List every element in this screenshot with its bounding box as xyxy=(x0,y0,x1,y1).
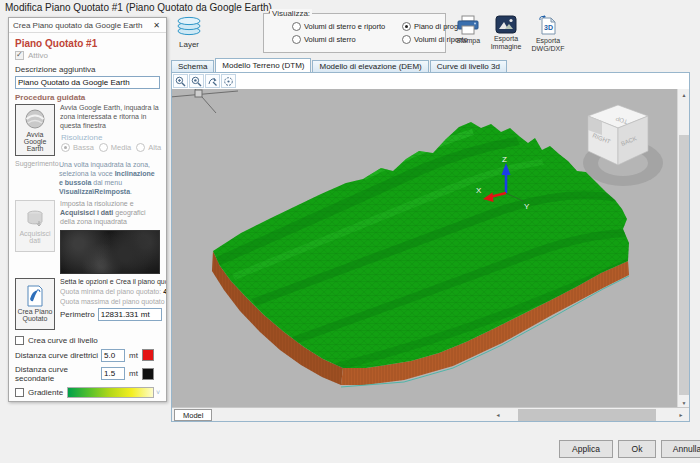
model-space-tab[interactable]: Model xyxy=(174,409,212,421)
dist-direttrici-input[interactable] xyxy=(101,349,125,362)
printer-icon xyxy=(448,15,488,36)
panel-title: Crea Piano quotato da Google Earth xyxy=(13,21,151,30)
radio-circle xyxy=(292,35,301,44)
gradiente-label: Gradiente xyxy=(28,388,63,397)
zoom-in-icon xyxy=(175,76,186,87)
orbit-icon xyxy=(223,76,234,87)
crea-curve-label: Crea curve di livello xyxy=(28,336,98,345)
terrain-3d-model: X Y Z TOP RIGHT BACK xyxy=(172,89,677,409)
view-cube[interactable]: TOP RIGHT BACK xyxy=(583,105,663,186)
procedura-guidata-label: Procedura guidata xyxy=(15,93,85,102)
piano-quotato-heading: Piano Quotato #1 xyxy=(15,38,160,49)
avvia-button-label: Avvia Google Earth xyxy=(16,131,54,152)
crea-curve-checkbox[interactable] xyxy=(15,336,24,345)
model-bar: Model ◄ ► xyxy=(172,407,689,421)
quota-min-value: 401.5 xyxy=(163,287,167,296)
perimetro-label: Perimetro xyxy=(60,310,95,319)
zoom-previous-button[interactable] xyxy=(205,74,220,88)
dist-secondarie-input[interactable] xyxy=(101,367,125,380)
esporta-dwg-label: Esporta DWG/DXF xyxy=(528,37,568,53)
crea-piano-quotato-button[interactable]: Crea Piano Quotato xyxy=(15,278,55,330)
orbit-button[interactable] xyxy=(221,74,236,88)
avvia-google-earth-button[interactable]: Avvia Google Earth xyxy=(15,104,55,156)
radio-volumi-sterro[interactable]: Volumi di sterro xyxy=(292,35,402,44)
zoom-in-button[interactable] xyxy=(173,74,188,88)
vertical-scroll-thumb[interactable] xyxy=(679,135,689,395)
scroll-right-arrow[interactable]: ► xyxy=(675,409,687,421)
attivo-label: Attivo xyxy=(28,51,48,60)
layer-button[interactable]: Layer xyxy=(172,16,206,56)
radio-label: Volumi di sterro xyxy=(304,35,356,44)
risoluzione-label: Risoluzione xyxy=(61,133,161,142)
descrizione-input[interactable] xyxy=(15,76,160,89)
image-icon xyxy=(486,15,526,34)
scroll-left-arrow[interactable]: ◄ xyxy=(492,409,504,421)
quota-max-label: Quota massima del piano quotato xyxy=(60,298,165,305)
viewport-vertical-scrollbar[interactable]: ▲ ▼ xyxy=(677,89,689,409)
dtm-tab-page: X Y Z TOP RIGHT BACK ▲ ▼ Model xyxy=(171,72,690,422)
chevron-down-icon[interactable]: ˅ xyxy=(156,389,160,396)
terrain-3d-viewport[interactable]: X Y Z TOP RIGHT BACK xyxy=(172,89,677,409)
crea-button-label: Crea Piano Quotato xyxy=(16,308,54,322)
esporta-immagine-button[interactable]: Esporta Immagine xyxy=(486,15,526,51)
scroll-up-arrow[interactable]: ▲ xyxy=(678,89,690,101)
crea-description: Setta le opzioni e Crea il piano quotato xyxy=(60,278,167,287)
radio-circle-selected xyxy=(402,22,411,31)
horizontal-scroll-thumb[interactable] xyxy=(518,409,656,421)
zoom-window-button[interactable] xyxy=(189,74,204,88)
direttrici-color-swatch[interactable] xyxy=(142,349,154,361)
avvia-description: Avvia Google Earth, inquadra la zona int… xyxy=(60,104,161,130)
attivo-checkbox[interactable] xyxy=(15,51,24,60)
dist-direttrici-label: Distanza curve direttrici xyxy=(15,351,101,360)
back-arrow-icon xyxy=(207,76,218,87)
suggerimento-text: Una volta inquadrata la zona, seleziona … xyxy=(59,160,160,196)
gradient-color-bar[interactable] xyxy=(67,387,154,398)
ucs-axis-icon xyxy=(172,89,238,113)
radio-media[interactable]: Media xyxy=(99,143,131,152)
acquisisci-description: Imposta la risoluzione e Acquisisci i da… xyxy=(60,200,160,226)
radio-alta[interactable]: Alta xyxy=(136,143,161,152)
tab-modello-terreno-dtm[interactable]: Modello Terreno (DTM) xyxy=(215,58,311,73)
satellite-preview-image xyxy=(60,230,160,274)
applica-button[interactable]: Applica xyxy=(559,440,613,458)
secondarie-color-swatch[interactable] xyxy=(142,368,154,380)
annulla-button[interactable]: Annulla xyxy=(661,440,700,458)
window-title: Modifica Piano Quotato #1 (Piano Quotato… xyxy=(5,2,272,13)
radio-label: Volumi di sterro e riporto xyxy=(304,22,385,31)
crea-piano-quotato-panel: Crea Piano quotato da Google Earth ✕ Pia… xyxy=(8,17,167,402)
google-earth-icon xyxy=(24,108,46,131)
dist-direttrici-unit: mt xyxy=(129,351,138,360)
axis-z-label: Z xyxy=(502,155,507,164)
view-tabs: Schema Modello Terreno (DTM) Modello di … xyxy=(171,58,508,73)
stampa-label: Stampa xyxy=(448,37,488,45)
suggerimento-label: Suggerimento xyxy=(15,160,59,167)
descrizione-label: Descrizione aggiuntiva xyxy=(15,65,96,74)
stampa-button[interactable]: Stampa xyxy=(448,15,488,45)
blue-document-icon xyxy=(25,285,45,308)
dwg-3d-file-icon: 3D xyxy=(528,15,568,36)
visualizza-group-label: Visualizza: xyxy=(270,9,312,18)
axis-x-label: X xyxy=(476,186,482,195)
gradiente-checkbox[interactable] xyxy=(15,388,24,397)
layers-icon xyxy=(175,31,203,40)
radio-volumi-sterro-riporto[interactable]: Volumi di sterro e riporto xyxy=(292,22,402,31)
svg-text:3D: 3D xyxy=(544,24,553,31)
layer-button-label: Layer xyxy=(172,40,206,49)
dist-secondarie-label: Distanza curve secondarie xyxy=(15,365,101,383)
radio-bassa[interactable]: Bassa xyxy=(61,143,94,152)
esporta-dwg-button[interactable]: 3D Esporta DWG/DXF xyxy=(528,15,568,53)
perimetro-input[interactable] xyxy=(98,308,162,321)
database-download-icon xyxy=(25,209,45,230)
radio-circle xyxy=(402,35,411,44)
close-icon[interactable]: ✕ xyxy=(151,21,162,30)
esporta-immagine-label: Esporta Immagine xyxy=(486,35,526,51)
quota-min-label: Quota minima del piano quotato: xyxy=(60,288,161,295)
visualizza-groupbox: Visualizza: Volumi di sterro e riporto P… xyxy=(263,13,446,53)
ok-button[interactable]: Ok xyxy=(618,440,656,458)
viewport-toolbar xyxy=(173,74,237,89)
acquisisci-button-label: Acquisisci dati xyxy=(16,230,54,244)
acquisisci-dati-button[interactable]: Acquisisci dati xyxy=(15,200,55,252)
zoom-window-icon xyxy=(191,76,202,87)
radio-circle xyxy=(292,22,301,31)
dist-secondarie-unit: mt xyxy=(129,369,138,378)
